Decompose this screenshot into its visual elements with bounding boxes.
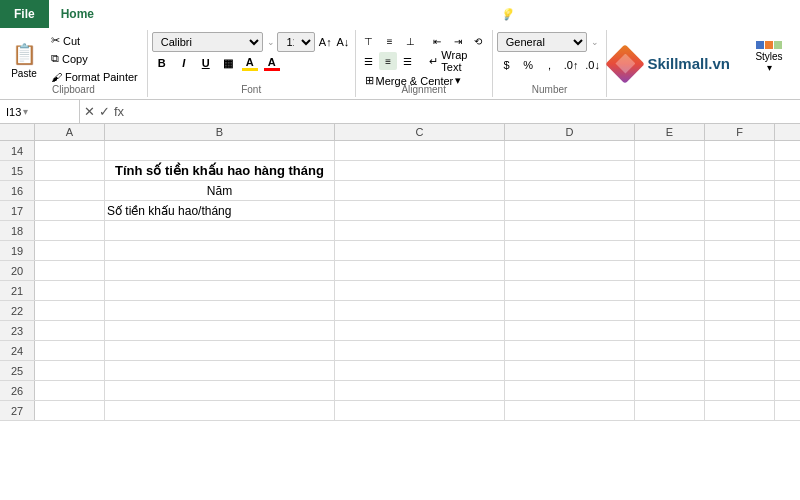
decrease-decimal-button[interactable]: .0↓ — [583, 56, 603, 74]
row-header-22[interactable]: 22 — [0, 301, 35, 320]
cell-b27[interactable] — [105, 401, 335, 420]
cell-c14[interactable] — [335, 141, 505, 160]
cell-g20[interactable] — [775, 261, 800, 280]
cell-g19[interactable] — [775, 241, 800, 260]
cell-a24[interactable] — [35, 341, 105, 360]
cell-e27[interactable] — [635, 401, 705, 420]
col-header-c[interactable]: C — [335, 124, 505, 140]
cell-d21[interactable] — [505, 281, 635, 300]
format-painter-button[interactable]: 🖌 Format Painter — [46, 68, 143, 85]
cell-a16[interactable] — [35, 181, 105, 200]
col-header-g[interactable]: G — [775, 124, 800, 140]
row-header-26[interactable]: 26 — [0, 381, 35, 400]
cell-g21[interactable] — [775, 281, 800, 300]
insert-function-button[interactable]: fx — [114, 104, 124, 119]
tab-insert[interactable]: Insert — [106, 0, 160, 28]
font-size-select[interactable]: 11 — [277, 32, 315, 52]
cell-a22[interactable] — [35, 301, 105, 320]
font-grow-button[interactable]: A↑ — [317, 33, 333, 51]
row-header-18[interactable]: 18 — [0, 221, 35, 240]
cell-f22[interactable] — [705, 301, 775, 320]
cell-c26[interactable] — [335, 381, 505, 400]
font-color-button[interactable]: A — [262, 55, 282, 72]
cell-c18[interactable] — [335, 221, 505, 240]
cell-b26[interactable] — [105, 381, 335, 400]
cell-b17[interactable]: Số tiền khấu hao/tháng — [105, 201, 335, 220]
cell-c23[interactable] — [335, 321, 505, 340]
increase-decimal-button[interactable]: .0↑ — [561, 56, 581, 74]
cell-f19[interactable] — [705, 241, 775, 260]
cell-g25[interactable] — [775, 361, 800, 380]
row-header-20[interactable]: 20 — [0, 261, 35, 280]
row-header-24[interactable]: 24 — [0, 341, 35, 360]
font-shrink-button[interactable]: A↓ — [335, 33, 351, 51]
cell-e24[interactable] — [635, 341, 705, 360]
cell-e25[interactable] — [635, 361, 705, 380]
cell-g17[interactable] — [775, 201, 800, 220]
cell-f25[interactable] — [705, 361, 775, 380]
cell-c21[interactable] — [335, 281, 505, 300]
align-top-button[interactable]: ⊤ — [360, 32, 379, 50]
percent-button[interactable]: % — [518, 56, 538, 74]
align-bottom-button[interactable]: ⊥ — [401, 32, 420, 50]
indent-decrease-button[interactable]: ⇤ — [428, 32, 447, 50]
cell-e21[interactable] — [635, 281, 705, 300]
row-header-27[interactable]: 27 — [0, 401, 35, 420]
cell-f18[interactable] — [705, 221, 775, 240]
row-header-19[interactable]: 19 — [0, 241, 35, 260]
align-left-button[interactable]: ☰ — [360, 52, 378, 70]
cell-b20[interactable] — [105, 261, 335, 280]
tab-view[interactable]: View — [438, 0, 488, 28]
cell-b16[interactable]: Năm — [105, 181, 335, 200]
align-center-button[interactable]: ≡ — [379, 52, 397, 70]
row-header-23[interactable]: 23 — [0, 321, 35, 340]
cell-d25[interactable] — [505, 361, 635, 380]
cell-a26[interactable] — [35, 381, 105, 400]
cell-a23[interactable] — [35, 321, 105, 340]
cell-f17[interactable] — [705, 201, 775, 220]
col-header-e[interactable]: E — [635, 124, 705, 140]
cell-d23[interactable] — [505, 321, 635, 340]
cell-c19[interactable] — [335, 241, 505, 260]
cell-e19[interactable] — [635, 241, 705, 260]
cell-g27[interactable] — [775, 401, 800, 420]
cell-d14[interactable] — [505, 141, 635, 160]
cell-d18[interactable] — [505, 221, 635, 240]
cell-c20[interactable] — [335, 261, 505, 280]
cell-c22[interactable] — [335, 301, 505, 320]
cancel-formula-button[interactable]: ✕ — [84, 104, 95, 119]
cell-d27[interactable] — [505, 401, 635, 420]
cell-e15[interactable] — [635, 161, 705, 180]
cell-f24[interactable] — [705, 341, 775, 360]
underline-button[interactable]: U — [196, 54, 216, 72]
cell-g14[interactable] — [775, 141, 800, 160]
cell-g15[interactable] — [775, 161, 800, 180]
cell-ref-dropdown[interactable]: ▾ — [23, 106, 28, 117]
cell-d17[interactable] — [505, 201, 635, 220]
cell-d22[interactable] — [505, 301, 635, 320]
styles-dropdown-icon[interactable]: ▾ — [767, 62, 772, 73]
cell-d16[interactable] — [505, 181, 635, 200]
cell-g26[interactable] — [775, 381, 800, 400]
cell-b14[interactable] — [105, 141, 335, 160]
col-header-b[interactable]: B — [105, 124, 335, 140]
cell-e17[interactable] — [635, 201, 705, 220]
tab-data[interactable]: Data — [325, 0, 374, 28]
cell-d26[interactable] — [505, 381, 635, 400]
cell-reference-box[interactable]: I13 ▾ — [0, 100, 80, 123]
cell-a14[interactable] — [35, 141, 105, 160]
currency-button[interactable]: $ — [497, 56, 517, 74]
border-button[interactable]: ▦ — [218, 54, 238, 72]
row-header-21[interactable]: 21 — [0, 281, 35, 300]
cell-e16[interactable] — [635, 181, 705, 200]
wrap-text-button[interactable]: ↵ Wrap Text — [424, 53, 487, 70]
cell-c27[interactable] — [335, 401, 505, 420]
cell-e23[interactable] — [635, 321, 705, 340]
cell-f26[interactable] — [705, 381, 775, 400]
tab-formulas[interactable]: Formulas — [251, 0, 325, 28]
col-header-d[interactable]: D — [505, 124, 635, 140]
cell-f15[interactable] — [705, 161, 775, 180]
cell-d15[interactable] — [505, 161, 635, 180]
cell-d20[interactable] — [505, 261, 635, 280]
cell-g16[interactable] — [775, 181, 800, 200]
